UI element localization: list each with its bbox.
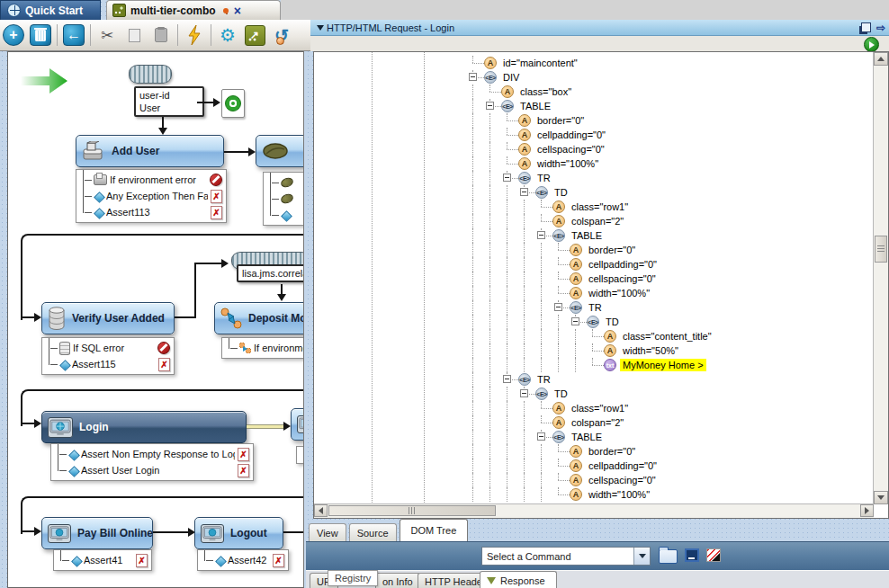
tree-row[interactable]: Aborder="0" bbox=[469, 444, 874, 459]
tree-row[interactable]: Awidth="50%" bbox=[469, 343, 874, 358]
open-folder-icon[interactable] bbox=[659, 549, 678, 564]
tree-expander-icon[interactable] bbox=[503, 375, 511, 383]
tree-row[interactable]: <E>TABLE bbox=[469, 430, 874, 444]
close-icon[interactable]: × bbox=[234, 4, 241, 17]
tree-row[interactable]: Acellspacing="0" bbox=[469, 272, 874, 286]
tree-row[interactable]: Acellpadding="0" bbox=[469, 128, 874, 142]
scroll-up-button[interactable] bbox=[874, 52, 888, 66]
assertion-row[interactable]: Any Exception Then Fail✗ bbox=[78, 188, 224, 204]
undo-button[interactable]: ↺ bbox=[270, 23, 293, 47]
tree-row[interactable]: Acellspacing="0" bbox=[469, 142, 874, 156]
back-button[interactable]: ← bbox=[62, 23, 85, 47]
tree-row[interactable]: Acellspacing="0" bbox=[469, 473, 874, 487]
view-tab-view[interactable]: View bbox=[309, 523, 346, 541]
assertion-row[interactable]: If environment error bbox=[78, 172, 224, 188]
tree-expander-icon[interactable] bbox=[520, 389, 528, 397]
run-button[interactable] bbox=[183, 23, 206, 47]
assertion-row[interactable]: If SQL error bbox=[44, 340, 172, 356]
tree-expander-icon[interactable] bbox=[503, 174, 511, 182]
tree-expander-icon[interactable] bbox=[571, 317, 579, 325]
horizontal-scrollbar[interactable] bbox=[314, 503, 874, 518]
assertion-row[interactable]: Assert115✗ bbox=[44, 356, 172, 372]
scroll-down-button[interactable] bbox=[874, 491, 888, 504]
node-verify-user-added[interactable]: Verify User Added bbox=[41, 302, 175, 334]
view-tab-source[interactable]: Source bbox=[349, 523, 397, 541]
copy-button[interactable] bbox=[122, 23, 146, 47]
jms-queue-label[interactable]: lisa.jms.correla bbox=[237, 264, 304, 282]
assertion-row[interactable]: Assert Non Empty Response to Login✗ bbox=[53, 446, 251, 462]
tree-row[interactable]: Acolspan="2" bbox=[469, 415, 874, 430]
vertical-scrollbar[interactable] bbox=[873, 52, 888, 504]
node-browser-partial[interactable] bbox=[291, 408, 304, 441]
tree-row[interactable]: <E>TABLE bbox=[469, 228, 874, 243]
dom-tree-scroll-area[interactable]: Aid="maincontent"<E>DIVAclass="box"<E>TA… bbox=[314, 52, 874, 504]
go-button[interactable] bbox=[864, 37, 879, 52]
assertion-row[interactable] bbox=[265, 207, 304, 223]
view-tab-dom-tree[interactable]: DOM Tree bbox=[400, 519, 469, 541]
node-login[interactable]: Login bbox=[41, 411, 247, 443]
tree-row[interactable]: <E>TD bbox=[469, 315, 874, 329]
workflow-canvas[interactable]: user-id User Add User If environment err… bbox=[7, 51, 304, 588]
tree-expander-icon[interactable] bbox=[520, 188, 528, 196]
tree-row[interactable]: <E>TR bbox=[469, 372, 874, 387]
cut-button[interactable]: ✂ bbox=[95, 23, 119, 47]
assertion-row[interactable]: Assert41✗ bbox=[56, 552, 149, 568]
paste-button[interactable] bbox=[149, 23, 173, 47]
assertion-row[interactable] bbox=[265, 174, 304, 191]
combobox-dropdown-button[interactable] bbox=[633, 548, 650, 565]
tree-row[interactable]: <E>TABLE bbox=[469, 99, 874, 113]
jms-queue-label[interactable]: user-id User bbox=[134, 86, 204, 117]
collapse-caret-icon[interactable] bbox=[317, 25, 324, 31]
assertion-row[interactable]: If environmen bbox=[224, 340, 304, 356]
node-add-user[interactable]: Add User bbox=[76, 135, 224, 167]
node-logout[interactable]: Logout bbox=[194, 517, 283, 549]
assertion-row[interactable]: Assert113✗ bbox=[78, 204, 224, 220]
scroll-right-button[interactable] bbox=[860, 504, 874, 517]
tree-row[interactable]: Aborder="0" bbox=[469, 243, 874, 257]
detach-window-icon[interactable] bbox=[861, 22, 871, 32]
command-combobox[interactable]: Select a Command bbox=[481, 547, 651, 566]
pin-icon[interactable] bbox=[223, 8, 229, 13]
tree-row[interactable]: Aclass="box" bbox=[469, 85, 874, 99]
floating-label-registry[interactable]: Registry bbox=[328, 570, 378, 586]
tree-row[interactable]: Aid="maincontent" bbox=[469, 56, 874, 70]
bottom-tab-on-info[interactable]: on Info bbox=[375, 573, 420, 588]
tab-quick-start[interactable]: Quick Start bbox=[0, 0, 101, 20]
inspector-titlebar[interactable]: HTTP/HTML Request - Login ⇨ bbox=[310, 20, 889, 36]
tree-row[interactable]: <E>TD bbox=[469, 185, 874, 200]
dock-arrow-icon[interactable]: ⇨ bbox=[876, 22, 885, 34]
jms-queue-icon[interactable] bbox=[129, 65, 172, 84]
tree-row[interactable]: Aclass="content_title" bbox=[469, 329, 874, 343]
tree-row[interactable]: Aborder="0" bbox=[469, 113, 874, 128]
node-pay-bill-online[interactable]: Pay Bill Online bbox=[41, 517, 153, 549]
assertion-row[interactable]: Assert User Login✗ bbox=[53, 462, 251, 478]
tree-expander-icon[interactable] bbox=[537, 432, 545, 441]
scrollbar-thumb[interactable] bbox=[875, 236, 887, 263]
tree-row[interactable]: Awidth="100%" bbox=[469, 156, 874, 171]
bottom-tab-response[interactable]: Response bbox=[480, 571, 557, 588]
tree-expander-icon[interactable] bbox=[469, 73, 477, 81]
tree-row[interactable]: <E>DIV bbox=[469, 70, 874, 85]
scroll-left-button[interactable] bbox=[314, 504, 328, 517]
node-bean-partial[interactable] bbox=[256, 135, 304, 167]
console-window-icon[interactable] bbox=[685, 548, 699, 562]
tree-row[interactable]: Aclass="row1" bbox=[469, 200, 874, 214]
tree-row[interactable]: Awidth="100%" bbox=[469, 286, 874, 300]
tree-row[interactable]: Acolspan="2" bbox=[469, 214, 874, 228]
add-button[interactable]: + bbox=[2, 23, 25, 47]
tree-row[interactable]: Aclass="row1" bbox=[469, 401, 874, 415]
tree-row[interactable]: txtMyMoney Home > bbox=[469, 358, 874, 372]
scrollbar-thumb[interactable] bbox=[328, 505, 496, 516]
tree-row[interactable]: Awidth="100%" bbox=[469, 487, 874, 502]
tree-expander-icon[interactable] bbox=[486, 102, 494, 110]
tree-expander-icon[interactable] bbox=[554, 303, 562, 311]
tree-row[interactable]: Acellpadding="0" bbox=[469, 257, 874, 272]
document-icon[interactable] bbox=[221, 89, 245, 118]
delete-button[interactable] bbox=[29, 23, 52, 47]
tree-row[interactable]: <E>TR bbox=[469, 300, 874, 315]
export-response-icon[interactable] bbox=[706, 548, 721, 562]
export-model-button[interactable]: ↗ bbox=[243, 23, 266, 47]
node-deposit[interactable]: Deposit Mo bbox=[214, 302, 304, 334]
assertion-row[interactable] bbox=[265, 191, 304, 207]
tree-row[interactable]: <E>TD bbox=[469, 387, 874, 401]
